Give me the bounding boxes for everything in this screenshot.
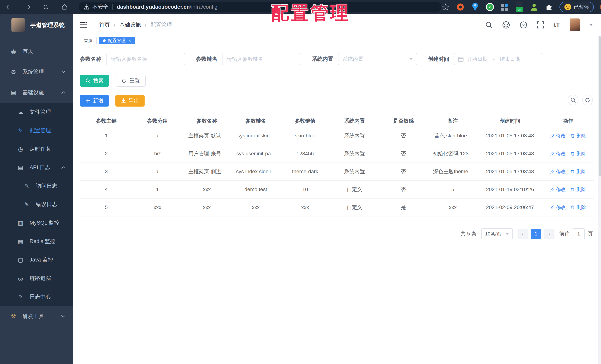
cell-remark: 初始化密码 123... [428,150,478,157]
sidebar-item-system-management[interactable]: ⚙系统管理 [0,61,73,82]
page-1-button[interactable]: 1 [531,229,541,239]
sidebar-item-mysql-monitor[interactable]: ▥MySQL 监控 [0,214,73,232]
edit-link[interactable]: 修改 [550,133,566,139]
prev-page-button[interactable]: ‹ [518,229,528,239]
file-management-icon: ☁ [16,109,25,116]
cell-name: xxx [182,187,231,192]
tab-home[interactable]: 首页 [80,37,97,44]
sidebar-item-home[interactable]: ◉首页 [0,41,73,61]
sidebar-item-dev-tools[interactable]: ⚒研发工具 [0,306,73,327]
sidebar-item-config-management[interactable]: ✎配置管理 [0,121,73,140]
breadcrumb-infrastructure[interactable]: 基础设施 [120,21,141,29]
breadcrumb: 首页 / 基础设施 / 配置管理 [99,21,172,29]
extension-blue-pin-icon[interactable] [471,2,479,12]
system-management-icon: ⚙ [9,69,18,75]
browser-back-icon[interactable] [5,3,13,11]
extension-green-check-icon[interactable]: ✓ [486,2,494,12]
sidebar-item-label: 研发工具 [22,313,44,320]
goto-page-input[interactable] [572,228,585,239]
builtin-label: 系统内置 [312,55,333,63]
goto-label: 前往 [559,230,570,237]
delete-link[interactable]: 删除 [571,133,586,139]
browser-reload-icon[interactable] [42,3,50,11]
browser-forward-icon[interactable] [23,3,32,11]
next-page-button[interactable]: › [544,229,554,239]
breadcrumb-home[interactable]: 首页 [99,21,110,29]
cell-builtin: 系统内置 [330,132,379,139]
delete-link[interactable]: 删除 [571,204,586,211]
cell-time: 2021-02-09 20:06:47 [478,204,542,210]
sidebar-item-access-logs[interactable]: ✎访问日志 [0,177,73,195]
extension-puzzle-icon[interactable] [545,2,553,12]
scrollbar[interactable] [598,36,601,364]
sidebar-item-label: 访问日志 [36,182,57,190]
builtin-select[interactable]: 系统内置 [338,53,417,65]
sidebar-item-java-monitor[interactable]: ▢Java 监控 [0,251,73,269]
cell-name: 用户管理-账号... [182,150,231,157]
tab-close-icon[interactable]: × [129,38,131,43]
edit-link[interactable]: 修改 [550,168,566,175]
edit-link[interactable]: 修改 [550,204,566,211]
fullscreen-icon[interactable] [537,21,544,29]
search-icon [570,97,576,103]
sidebar-item-file-management[interactable]: ☁文件管理 [0,103,73,121]
access-logs-icon: ✎ [22,183,31,190]
cell-sensitive: 否 [379,150,428,157]
delete-link[interactable]: 删除 [571,186,586,193]
user-avatar[interactable] [570,19,580,31]
browser-home-icon[interactable] [60,3,69,11]
sidebar-item-error-logs[interactable]: ✎错误日志 [0,195,73,214]
cell-id: 5 [80,204,133,210]
font-size-icon[interactable]: tT [554,21,560,29]
user-menu-caret-icon[interactable] [590,24,593,26]
edit-link[interactable]: 修改 [550,186,566,193]
sidebar-item-redis-monitor[interactable]: ▦Redis 监控 [0,232,73,251]
tab-config-management[interactable]: 配置管理 × [99,37,135,44]
extension-orange-ring-icon[interactable] [456,2,465,12]
github-icon[interactable] [502,21,510,29]
cell-sensitive: 否 [379,168,428,175]
refresh-table-button[interactable] [582,95,593,105]
search-button[interactable]: 搜索 [80,75,109,87]
toggle-search-button[interactable] [568,95,579,105]
cell-time: 2021-01-19 03:10:26 [478,187,542,192]
browser-update-button[interactable]: 更新 [600,2,601,12]
app-logo-row[interactable]: 芋道管理系统 [0,14,73,36]
page-size-select[interactable]: 10条/页 [481,228,513,239]
date-range-picker[interactable]: 开始日期 - 结束日期 [454,53,542,65]
chevron-down-icon [506,233,509,235]
extension-person-icon[interactable] [530,2,538,12]
bookmark-star-icon[interactable] [441,2,450,12]
extension-grid-icon[interactable] [500,2,509,12]
profile-paused-badge[interactable]: 已暂停 [560,2,594,12]
collapse-sidebar-icon[interactable] [80,22,88,28]
address-bar[interactable]: 不安全 dashboard.yudao.iocoder.cn /infra/co… [79,2,441,12]
table-row: 5xxxxxxxxxxxx自定义是xxx2021-02-09 20:06:47修… [80,199,594,216]
scrollbar-thumb[interactable] [599,36,601,176]
cell-builtin: 系统内置 [330,168,379,175]
docs-help-icon[interactable]: ? [520,21,527,29]
total-count: 共 5 条 [461,230,477,237]
sidebar-item-link-tracing[interactable]: ◎链路追踪 [0,269,73,288]
sidebar-item-log-center[interactable]: ✎日志中心 [0,288,73,306]
sidebar-item-api-logs[interactable]: ▤API 日志 [0,158,73,177]
delete-link[interactable]: 删除 [571,151,586,157]
delete-link[interactable]: 删除 [571,168,586,175]
param-key-label: 参数键名 [196,55,217,63]
param-key-input[interactable] [222,53,301,65]
edit-link[interactable]: 修改 [550,151,566,157]
add-button[interactable]: 新增 [80,95,109,107]
emoji-icon [564,3,571,11]
cell-value: theme-dark [280,169,330,174]
param-name-input[interactable] [106,53,185,65]
sidebar-item-scheduled-tasks[interactable]: ◷定时任务 [0,140,73,158]
filter-form: 参数名称 参数键名 系统内置 系统内置 创建时间 [80,53,594,65]
header-search-icon[interactable] [485,21,493,29]
cell-sensitive: 否 [379,132,428,139]
sidebar-item-infrastructure[interactable]: ▣基础设施 [0,82,73,103]
home-icon: ◉ [9,48,18,55]
export-button[interactable]: 导出 [115,95,145,107]
search-icon [85,78,91,83]
extension-cn-translate-icon[interactable]: cn [515,2,524,12]
reset-button[interactable]: 重置 [116,75,146,87]
